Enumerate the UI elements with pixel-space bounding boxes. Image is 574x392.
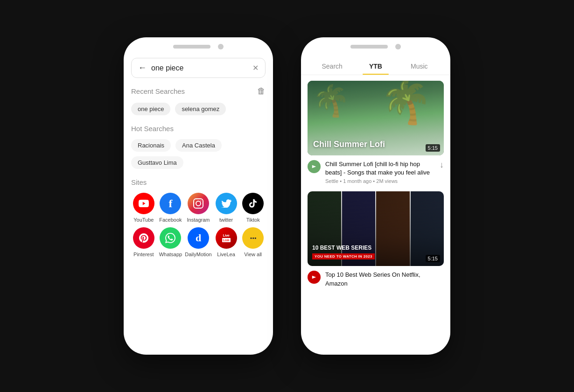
search-input[interactable] [151,64,248,72]
tabs: Search YTB Music [301,57,450,75]
site-whatsapp[interactable]: Whatsapp [158,227,183,257]
video-card-chill: 🌴 🌴 Chill Summer Lofi 5:15 [308,81,444,184]
right-phone-content: Search YTB Music 🌴 🌴 [301,53,450,355]
phones-container: ← ✕ Recent Searches 🗑 one piece selena g… [124,37,450,355]
left-phone-content: ← ✕ Recent Searches 🗑 one piece selena g… [124,53,273,355]
chip-selena-gomez[interactable]: selena gomez [175,103,226,115]
liveleak-label: LiveLea [217,252,235,257]
left-phone: ← ✕ Recent Searches 🗑 one piece selena g… [124,37,273,355]
twitter-label: twitter [219,217,233,223]
left-phone-top-bar [124,37,273,53]
clear-icon[interactable]: ✕ [252,63,259,72]
viewall-icon: ··· [242,227,264,249]
site-liveleak[interactable]: Live Leak LiveLea [214,227,239,257]
sites-header: Sites [131,178,266,186]
chill-meta: Chill Summer Lofi [chill lo-fi hip hop b… [325,160,435,184]
ws-channel-icon [308,271,321,284]
chip-ana-castela[interactable]: Ana Castela [175,139,222,152]
liveleak-icon: Live Leak [216,227,237,249]
dailymotion-icon: d [188,227,209,249]
hot-searches-title: Hot Searches [131,125,174,133]
left-phone-body: Recent Searches 🗑 one piece selena gomez… [124,78,273,355]
chip-racionais[interactable]: Racionais [131,139,171,152]
tiktok-icon [242,193,264,214]
youtube-label: YouTube [133,217,154,223]
chill-views: 2M views [376,178,398,184]
chill-video-sub: Settle • 1 month ago • 2M views [325,178,435,184]
svg-point-3 [201,201,202,202]
hot-chips: Racionais Ana Castela Gusttavo Lima [131,139,266,169]
sites-title: Sites [131,178,147,186]
instagram-label: Instagram [187,217,210,223]
chill-thumbnail[interactable]: 🌴 🌴 Chill Summer Lofi 5:15 [308,81,444,155]
sites-grid: YouTube f Facebook [131,193,266,257]
chill-info-row: Chill Summer Lofi [chill lo-fi hip hop b… [308,160,444,184]
recent-searches-title: Recent Searches [131,87,185,95]
ws-title-overlay: 10 BEST WEB SERIES [312,245,439,251]
site-twitter[interactable]: twitter [214,193,239,223]
dailymotion-label: DailyMotion [185,252,211,257]
facebook-label: Facebook [159,217,182,223]
recent-chips: one piece selena gomez [131,103,266,115]
site-facebook[interactable]: f Facebook [158,193,183,223]
site-youtube[interactable]: YouTube [131,193,156,223]
chill-age: 1 month ago [343,178,371,184]
ws-video-name: Top 10 Best Web Series On Netflix, Amazo… [325,271,444,287]
site-viewall[interactable]: ··· View all [240,227,266,257]
site-tiktok[interactable]: Tiktok [240,193,266,223]
viewall-label: View all [244,252,262,257]
pinterest-label: Pinterest [133,252,154,257]
site-dailymotion[interactable]: d DailyMotion [185,227,211,257]
search-bar: ← ✕ [131,58,266,78]
right-phone: Search YTB Music 🌴 🌴 [301,37,450,355]
chill-channel-icon [308,160,321,173]
right-phone-top-bar [301,37,450,53]
site-instagram[interactable]: Instagram [185,193,211,223]
tab-music[interactable]: Music [398,57,441,75]
recent-searches-header: Recent Searches 🗑 [131,86,266,96]
phone-camera [218,44,224,49]
webseries-thumbnail[interactable]: 10 BEST WEB SERIES YOU NEED TO WATCH IN … [308,191,444,266]
whatsapp-label: Whatsapp [159,252,182,257]
hot-searches-header: Hot Searches [131,125,266,133]
ws-subtitle-overlay: YOU NEED TO WATCH IN 2023 [312,253,375,259]
chill-download-icon[interactable]: ↓ [440,160,444,170]
delete-icon[interactable]: 🗑 [257,86,266,96]
chip-one-piece[interactable]: one piece [131,103,170,115]
tab-search[interactable]: Search [310,57,354,75]
chill-video-name: Chill Summer Lofi [chill lo-fi hip hop b… [325,160,435,177]
chill-channel: Settle [325,178,338,184]
phone-camera-right [395,44,401,49]
svg-rect-1 [194,199,203,208]
site-pinterest[interactable]: Pinterest [131,227,156,257]
tiktok-label: Tiktok [246,217,260,223]
twitter-icon [216,193,237,214]
pinterest-icon [133,227,154,249]
youtube-icon [133,193,154,214]
phone-notch [173,45,210,49]
facebook-icon: f [160,193,181,214]
right-phone-body: 🌴 🌴 Chill Summer Lofi 5:15 [301,75,450,355]
chip-gusttavo-lima[interactable]: Gusttavo Lima [131,156,183,169]
instagram-icon [188,193,209,214]
ws-info-row: Top 10 Best Web Series On Netflix, Amazo… [308,271,444,289]
ws-meta: Top 10 Best Web Series On Netflix, Amazo… [325,271,444,289]
svg-point-2 [196,201,201,206]
ws-duration: 5:15 [426,255,440,262]
back-icon[interactable]: ← [138,63,147,73]
chill-title-overlay: Chill Summer Lofi [313,140,385,150]
tab-ytb[interactable]: YTB [354,57,397,75]
whatsapp-icon [160,227,181,249]
chill-duration: 5:15 [426,144,440,152]
video-card-webseries: 10 BEST WEB SERIES YOU NEED TO WATCH IN … [308,191,444,289]
phone-notch-right [350,45,388,49]
